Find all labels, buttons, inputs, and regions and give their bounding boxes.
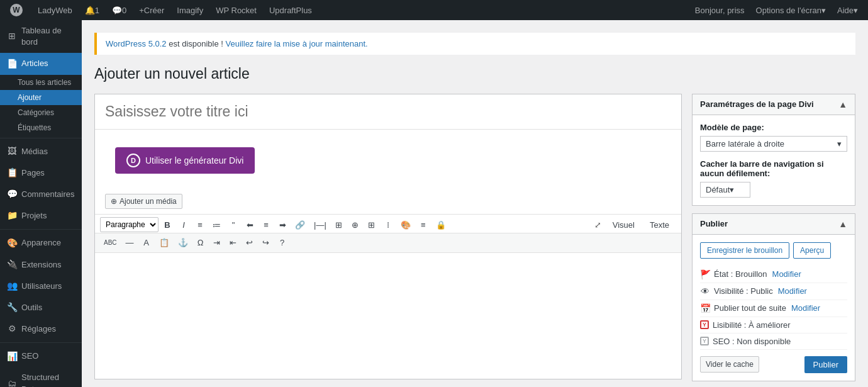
sidebar-item-comments[interactable]: 💬 Commentaires <box>0 184 82 205</box>
divi-panel-toggle[interactable]: ▲ <box>838 99 847 109</box>
table-button[interactable]: ⊞ <box>331 217 347 232</box>
sidebar-item-structured-data[interactable]: 🗂 Structured Data <box>0 367 82 387</box>
submenu-add-article[interactable]: Ajouter <box>0 90 82 105</box>
sidebar-item-apparence[interactable]: 🎨 Apparence <box>0 232 82 254</box>
blockquote-button[interactable]: " <box>226 217 241 232</box>
publish-panel-header: Publier ▲ <box>693 214 855 235</box>
menu-divider-2 <box>0 229 82 230</box>
divi-panel-header: Paramétrages de la page Divi ▲ <box>693 94 855 115</box>
sidebar-item-pages[interactable]: 📋 Pages <box>0 162 82 184</box>
link-button[interactable]: 🔗 <box>291 217 309 232</box>
text-color-button[interactable]: A <box>139 235 154 250</box>
sidebar-item-articles[interactable]: 📄 Articles <box>0 53 82 74</box>
expand-editor-button[interactable]: ⤢ <box>591 217 606 232</box>
create-item[interactable]: + Créer <box>134 0 169 20</box>
bold-button[interactable]: B <box>160 217 175 232</box>
publish-footer: Vider le cache Publier <box>700 356 847 373</box>
abc-button[interactable]: ABC <box>100 235 121 250</box>
italic-button[interactable]: I <box>176 217 191 232</box>
notifications-item[interactable]: 🔔 1 <box>80 0 104 20</box>
publier-button[interactable]: Publier <box>804 356 847 373</box>
sidebar-item-outils[interactable]: 🔧 Outils <box>0 297 82 318</box>
divi-builder-section: D Utiliser le générateur Divi <box>95 130 681 189</box>
anchor-button[interactable]: ⚓ <box>174 235 192 250</box>
indent-button[interactable]: ⇥ <box>209 235 225 250</box>
sidebar-item-label: Extensions <box>21 259 62 271</box>
nav-select-wrapper[interactable]: Défaut ▾ <box>700 182 750 198</box>
divi-builder-button[interactable]: D Utiliser le générateur Divi <box>115 147 255 174</box>
align-right-button[interactable]: ➡ <box>275 217 290 232</box>
comments-item[interactable]: 💬 0 <box>107 0 131 20</box>
paste-button[interactable]: 📋 <box>155 235 173 250</box>
wp-logo-item[interactable]: W <box>5 0 30 20</box>
update-link[interactable]: Veuillez faire la mise à jour maintenant… <box>226 39 368 48</box>
redo-button[interactable]: ↪ <box>259 235 274 250</box>
ordered-list-button[interactable]: ≔ <box>209 217 225 232</box>
submenu-categories[interactable]: Catégories <box>0 105 82 120</box>
save-draft-button[interactable]: Enregistrer le brouillon <box>700 242 789 259</box>
updraftplus-item[interactable]: UpdraftPlus <box>264 0 317 20</box>
special-button-6[interactable]: 🔒 <box>432 217 450 232</box>
tab-texte[interactable]: Texte <box>643 217 676 233</box>
wprocket-label: WP Rocket <box>216 6 257 15</box>
editor-tabs: Visuel Texte <box>606 217 676 233</box>
align-left-button[interactable]: ⬅ <box>242 217 257 232</box>
divi-button-label: Utiliser le générateur Divi <box>145 155 243 165</box>
special-button-4[interactable]: 🎨 <box>397 217 415 232</box>
tab-visual[interactable]: Visuel <box>606 217 642 233</box>
sidebar-item-reglages[interactable]: ⚙ Réglages <box>0 318 82 340</box>
special-button-1[interactable]: ⊕ <box>348 217 363 232</box>
vider-cache-button[interactable]: Vider le cache <box>700 356 759 373</box>
visibilite-modifier-link[interactable]: Modifier <box>778 286 807 296</box>
chevron-down-icon: ▾ <box>821 6 826 15</box>
post-title-input[interactable] <box>95 94 681 130</box>
unordered-list-button[interactable]: ≡ <box>192 217 208 232</box>
outdent-button[interactable]: ⇤ <box>226 235 241 250</box>
edit-layout: D Utiliser le générateur Divi ⊕ Ajouter … <box>94 94 855 381</box>
special-button-5[interactable]: ≡ <box>416 217 431 232</box>
publish-panel-toggle[interactable]: ▲ <box>838 219 847 229</box>
imagify-label: Imagify <box>177 6 203 15</box>
sidebar-item-projets[interactable]: 📁 Projets <box>0 205 82 227</box>
wprocket-item[interactable]: WP Rocket <box>211 0 262 20</box>
admin-bar: W LadyWeb 🔔 1 💬 0 + Créer Imagify WP Roc… <box>0 0 868 20</box>
yoast-seo-icon: Y <box>700 337 709 345</box>
seo-icon: 📊 <box>6 351 18 362</box>
add-media-button[interactable]: ⊕ Ajouter un média <box>105 194 182 209</box>
sidebar-item-label: Médias <box>21 146 48 157</box>
format-select[interactable]: Paragraphe <box>100 217 159 232</box>
sidebar-item-utilisateurs[interactable]: 👥 Utilisateurs <box>0 276 82 297</box>
sidebar-item-dashboard[interactable]: ⊞ Tableau de bord <box>0 20 82 53</box>
align-center-button[interactable]: ≡ <box>259 217 274 232</box>
screen-options-btn[interactable]: Options de l'écran ▾ <box>751 0 831 20</box>
submenu-etiquettes[interactable]: Étiquettes <box>0 120 82 135</box>
model-select-wrapper[interactable]: Barre latérale à droite ▾ <box>700 136 847 152</box>
seo-label: SEO : Non disponible <box>713 337 791 346</box>
menu-divider-1 <box>0 138 82 138</box>
submenu-all-articles[interactable]: Tous les articles <box>0 75 82 90</box>
sidebar-item-medias[interactable]: 🖼 Médias <box>0 141 82 162</box>
special-button-3[interactable]: ⁞ <box>381 217 396 232</box>
special-chars-button[interactable]: Ω <box>193 235 208 250</box>
editor-content-area[interactable] <box>95 253 681 379</box>
preview-button[interactable]: Aperçu <box>793 242 831 259</box>
site-name-item[interactable]: LadyWeb <box>33 0 77 20</box>
publier-label: Publier tout de suite <box>714 303 786 313</box>
read-more-button[interactable]: |—| <box>310 217 330 232</box>
screen-options-label: Options de l'écran <box>756 6 821 15</box>
undo-button[interactable]: ↩ <box>242 235 257 250</box>
help-btn[interactable]: Aide ▾ <box>832 0 863 20</box>
sidebar-item-extensions[interactable]: 🔌 Extensions <box>0 254 82 276</box>
hr-button[interactable]: — <box>122 235 138 250</box>
help-toolbar-button[interactable]: ? <box>275 235 290 250</box>
imagify-item[interactable]: Imagify <box>172 0 208 20</box>
publish-meta-date: 📅 Publier tout de suite Modifier <box>700 300 847 317</box>
wp-version-link[interactable]: WordPress 5.0.2 <box>106 39 167 48</box>
publier-modifier-link[interactable]: Modifier <box>791 303 820 313</box>
sidebar-item-seo[interactable]: 📊 SEO <box>0 345 82 367</box>
etat-modifier-link[interactable]: Modifier <box>772 269 801 279</box>
special-button-2[interactable]: ⊞ <box>364 217 379 232</box>
pages-icon: 📋 <box>6 167 18 179</box>
lisibilite-label: Lisibilité : À améliorer <box>713 320 791 330</box>
user-greeting[interactable]: Bonjour, priss <box>690 0 750 20</box>
